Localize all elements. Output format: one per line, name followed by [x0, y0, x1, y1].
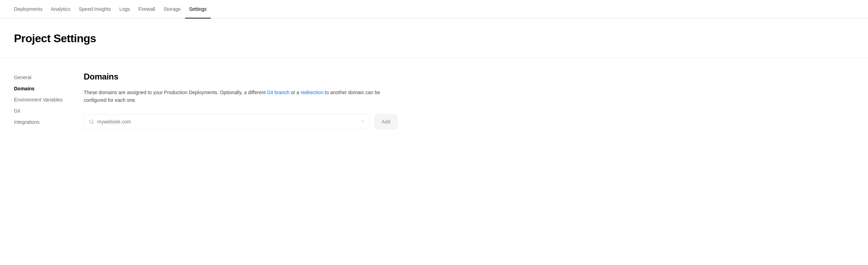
domains-description: These domains are assigned to your Produ…	[84, 89, 398, 104]
search-icon	[89, 119, 94, 124]
nav-item-analytics[interactable]: Analytics	[47, 0, 75, 18]
nav-item-logs[interactable]: Logs	[115, 0, 134, 18]
nav-item-speed-insights[interactable]: Speed Insights	[75, 0, 115, 18]
domains-title: Domains	[84, 72, 398, 82]
sidebar-item-integrations[interactable]: Integrations	[14, 116, 70, 128]
sidebar-item-git[interactable]: Git	[14, 105, 70, 116]
domains-section: Domains These domains are assigned to yo…	[84, 72, 398, 129]
description-text-1: These domains are assigned to your Produ…	[84, 90, 267, 95]
page-title: Project Settings	[14, 32, 854, 45]
svg-line-1	[92, 122, 93, 123]
git-branch-link[interactable]: Git branch	[267, 90, 290, 95]
description-text-2: or a	[289, 90, 301, 95]
redirection-link[interactable]: redirection	[301, 90, 323, 95]
nav-item-storage[interactable]: Storage	[159, 0, 185, 18]
page-title-area: Project Settings	[0, 18, 868, 58]
domain-search-input[interactable]	[97, 119, 357, 124]
chevron-down-icon	[361, 119, 365, 124]
settings-sidebar: General Domains Environment Variables Gi…	[14, 72, 84, 129]
nav-item-firewall[interactable]: Firewall	[134, 0, 159, 18]
domain-input-wrapper	[84, 114, 370, 129]
nav-item-settings[interactable]: Settings	[185, 0, 211, 18]
main-content: General Domains Environment Variables Gi…	[0, 58, 868, 143]
add-domain-button[interactable]: Add	[374, 114, 398, 129]
sidebar-item-environment-variables[interactable]: Environment Variables	[14, 94, 70, 105]
top-navigation: Deployments Analytics Speed Insights Log…	[0, 0, 868, 18]
sidebar-item-domains[interactable]: Domains	[14, 83, 70, 94]
domain-input-row: Add	[84, 114, 398, 129]
sidebar-item-general[interactable]: General	[14, 72, 70, 83]
nav-item-deployments[interactable]: Deployments	[14, 0, 47, 18]
